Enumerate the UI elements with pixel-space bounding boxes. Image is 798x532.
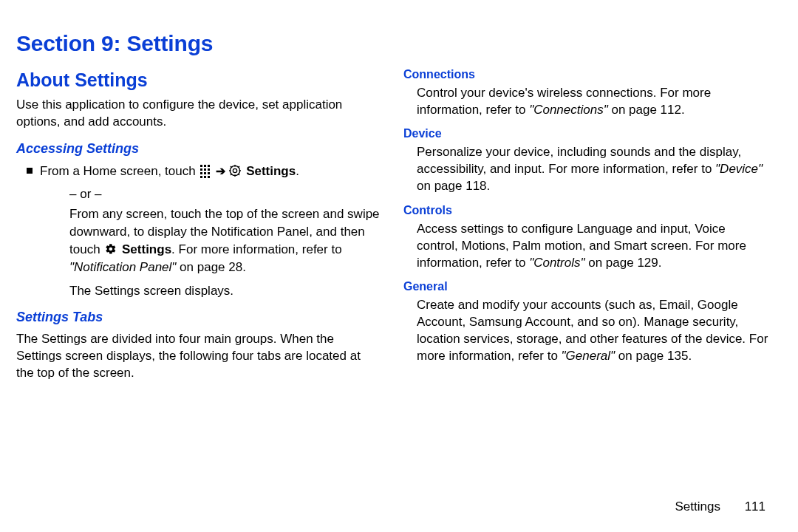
controls-ref: "Controls" bbox=[529, 256, 584, 270]
step-text-post: . bbox=[296, 164, 299, 178]
footer-section-label: Settings bbox=[675, 499, 720, 514]
device-ref: "Device" bbox=[715, 162, 763, 176]
about-settings-text: Use this application to configure the de… bbox=[16, 97, 381, 131]
cont1b: . For more information, refer to bbox=[171, 242, 342, 256]
bullet-icon bbox=[27, 168, 33, 174]
settings-gear-icon bbox=[229, 165, 241, 177]
controls-heading: Controls bbox=[403, 204, 768, 217]
right-column: Connections Control your device's wirele… bbox=[403, 65, 768, 517]
connections-text: Control your device's wireless connectio… bbox=[417, 84, 768, 118]
connections-ref: "Connections" bbox=[529, 103, 608, 117]
device-heading: Device bbox=[403, 127, 768, 140]
device-text-a: Personalize your device, including sound… bbox=[417, 145, 741, 176]
connections-heading: Connections bbox=[403, 68, 768, 81]
swipe-down-instruction: From any screen, touch the top of the sc… bbox=[69, 205, 381, 276]
manual-page: Section 9: Settings About Settings Use t… bbox=[0, 0, 798, 532]
controls-text: Access settings to configure Language an… bbox=[417, 220, 768, 271]
device-text-b: on page 118. bbox=[417, 179, 490, 193]
svg-point-1 bbox=[233, 168, 237, 172]
about-settings-heading: About Settings bbox=[16, 69, 381, 91]
general-text-b: on page 135. bbox=[615, 349, 692, 363]
step-touch-settings: From a Home screen, touch ➔ Settings. bbox=[41, 163, 381, 181]
settings-tabs-text: The Settings are divided into four main … bbox=[16, 331, 381, 382]
controls-text-b: on page 129. bbox=[585, 256, 662, 270]
page-footer: Settings 111 bbox=[675, 499, 765, 514]
displays-text: The Settings screen displays. bbox=[69, 282, 381, 300]
cont1c: on page 28. bbox=[176, 260, 246, 274]
accessing-settings-heading: Accessing Settings bbox=[16, 141, 381, 157]
cont1-settings-bold: Settings bbox=[118, 242, 171, 256]
two-column-layout: About Settings Use this application to c… bbox=[16, 65, 768, 517]
arrow-right-icon: ➔ bbox=[216, 165, 225, 177]
or-text: – or – bbox=[69, 185, 381, 203]
general-heading: General bbox=[403, 280, 768, 293]
settings-tabs-heading: Settings Tabs bbox=[16, 310, 381, 325]
settings-gear-icon-2 bbox=[105, 243, 117, 255]
general-ref: "General" bbox=[562, 349, 615, 363]
general-text: Create and modify your accounts (such as… bbox=[417, 296, 768, 364]
settings-label-bold: Settings bbox=[242, 164, 296, 178]
device-text: Personalize your device, including sound… bbox=[417, 143, 768, 194]
cont1-ref: "Notification Panel" bbox=[69, 260, 176, 274]
left-column: About Settings Use this application to c… bbox=[16, 65, 381, 517]
step-text-pre: From a Home screen, touch bbox=[40, 164, 199, 178]
section-title: Section 9: Settings bbox=[16, 31, 768, 56]
footer-page-number: 111 bbox=[745, 499, 765, 514]
apps-grid-icon bbox=[200, 165, 212, 177]
connections-text-b: on page 112. bbox=[608, 103, 685, 117]
